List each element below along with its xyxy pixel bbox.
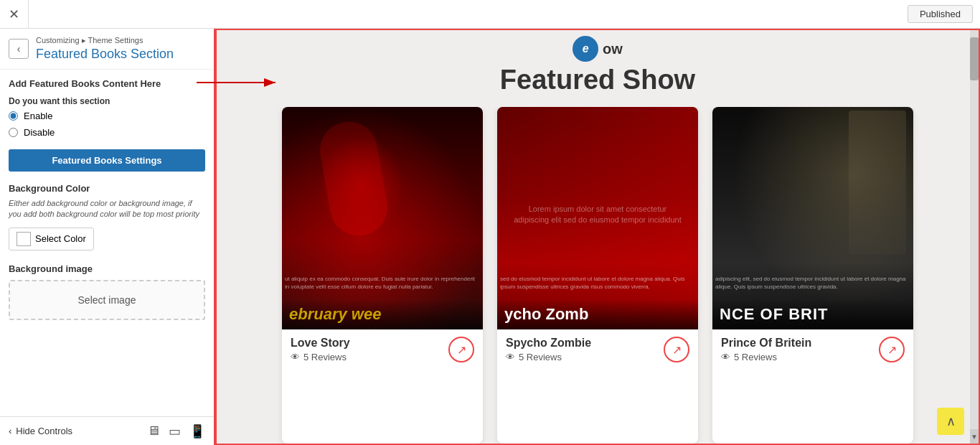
eye-icon: 👁 bbox=[721, 352, 730, 362]
book-3-review-count: 5 Reviews bbox=[734, 352, 777, 362]
book-2-review-count: 5 Reviews bbox=[519, 352, 562, 362]
bg-image-label: Background image bbox=[9, 263, 205, 274]
book-3-details: Prince Of Britein 👁 5 Reviews bbox=[721, 337, 811, 362]
desktop-icon[interactable]: 🖥 bbox=[147, 423, 160, 439]
book-3-image: NCE OF BRIT. adipiscing elit, sed do eiu… bbox=[712, 107, 913, 329]
enable-label: Enable bbox=[24, 111, 52, 121]
book-2-description-text: sed do eiusmod tempor incididunt ut labo… bbox=[497, 273, 698, 294]
scrollbar-thumb bbox=[970, 37, 979, 80]
book-1-details: Love Story 👁 5 Reviews bbox=[291, 337, 350, 362]
book-3-arrow-button[interactable]: ↗ bbox=[879, 337, 905, 362]
main-layout: ‹ Customizing ▸ Theme Settings Featured … bbox=[0, 29, 980, 445]
book-card: ebruary week ut aliquip ex ea commodo co… bbox=[282, 107, 483, 444]
book-1-reviews: 👁 5 Reviews bbox=[291, 352, 350, 362]
logo-icon: e bbox=[573, 36, 598, 62]
eye-icon: 👁 bbox=[506, 352, 515, 362]
disable-radio[interactable] bbox=[9, 128, 18, 137]
book-1-image: ebruary week ut aliquip ex ea commodo co… bbox=[282, 107, 483, 329]
book-3-reviews: 👁 5 Reviews bbox=[721, 352, 811, 362]
featured-books-settings-button[interactable]: Featured Books Settings bbox=[9, 149, 205, 172]
select-color-label: Select Color bbox=[35, 233, 86, 244]
sidebar-header: ‹ Customizing ▸ Theme Settings Featured … bbox=[0, 29, 214, 70]
sidebar-title: Featured Books Section bbox=[36, 47, 174, 62]
breadcrumb: Customizing ▸ Theme Settings bbox=[36, 36, 174, 45]
book-2-image: Lorem ipsum dolor sit amet consectetur a… bbox=[497, 107, 698, 329]
enable-disable-group: Enable Disable bbox=[9, 111, 205, 138]
logo-text: ow bbox=[603, 41, 623, 57]
color-swatch bbox=[17, 232, 31, 246]
book-1-review-count: 5 Reviews bbox=[303, 352, 347, 362]
book-1-info: Love Story 👁 5 Reviews ↗ bbox=[282, 329, 483, 370]
mobile-icon[interactable]: 📱 bbox=[189, 423, 205, 439]
preview-title-row: e ow bbox=[217, 36, 979, 62]
tablet-icon[interactable]: ▭ bbox=[169, 423, 181, 439]
bottom-bar: ‹ Hide Controls 🖥 ▭ 📱 bbox=[0, 416, 214, 445]
section-title: Featured Show bbox=[217, 65, 979, 95]
bg-color-label: Background Color bbox=[9, 183, 205, 194]
sidebar-content: Add Featured Books Content Here Do you w… bbox=[0, 70, 214, 416]
book-2-reviews: 👁 5 Reviews bbox=[506, 352, 591, 362]
disable-label: Disable bbox=[24, 127, 55, 138]
book-1-description-text: ut aliquip ex ea commodo consequat. Duis… bbox=[282, 273, 483, 294]
hide-controls-button[interactable]: ‹ Hide Controls bbox=[9, 426, 72, 436]
preview-area: e ow Featured Show ebruary week bbox=[215, 29, 980, 445]
book-1-text-overlay: ebruary week bbox=[282, 299, 483, 329]
sidebar-nav: Customizing ▸ Theme Settings Featured Bo… bbox=[36, 36, 174, 62]
book-3-info: Prince Of Britein 👁 5 Reviews ↗ bbox=[712, 329, 913, 370]
preview-header: e ow Featured Show bbox=[217, 30, 979, 107]
book-1-arrow-button[interactable]: ↗ bbox=[448, 337, 474, 362]
select-image-button[interactable]: Select image bbox=[9, 280, 205, 320]
preview-scrollbar[interactable]: ▼ bbox=[970, 30, 979, 444]
book-3-description-text: adipiscing elit, sed do eiusmod tempor i… bbox=[712, 273, 913, 294]
top-bar: ✕ Published bbox=[0, 0, 980, 29]
close-button[interactable]: ✕ bbox=[0, 0, 29, 29]
enable-radio-item[interactable]: Enable bbox=[9, 111, 205, 121]
sidebar: ‹ Customizing ▸ Theme Settings Featured … bbox=[0, 29, 215, 445]
device-icons: 🖥 ▭ 📱 bbox=[147, 423, 205, 439]
book-card: Lorem ipsum dolor sit amet consectetur a… bbox=[497, 107, 698, 444]
hide-controls-label: Hide Controls bbox=[16, 426, 72, 436]
book-1-title: Love Story bbox=[291, 337, 350, 350]
book-2-text-overlay: ycho Zombi bbox=[497, 299, 698, 329]
book-2-arrow-button[interactable]: ↗ bbox=[664, 337, 689, 362]
published-button[interactable]: Published bbox=[908, 5, 973, 23]
section-description: Add Featured Books Content Here bbox=[9, 78, 205, 89]
book-2-title: Spycho Zombie bbox=[506, 337, 591, 350]
eye-icon: 👁 bbox=[291, 352, 300, 362]
book-3-title: Prince Of Britein bbox=[721, 337, 811, 350]
book-2-info: Spycho Zombie 👁 5 Reviews ↗ bbox=[497, 329, 698, 370]
section-question: Do you want this section bbox=[9, 96, 205, 106]
book-card: NCE OF BRIT. adipiscing elit, sed do eiu… bbox=[712, 107, 913, 444]
back-button[interactable]: ‹ bbox=[9, 39, 29, 59]
disable-radio-item[interactable]: Disable bbox=[9, 127, 205, 138]
enable-radio[interactable] bbox=[9, 111, 18, 121]
select-color-button[interactable]: Select Color bbox=[9, 228, 94, 250]
bg-color-description: Either add background color or backgroun… bbox=[9, 198, 205, 220]
back-to-top-button[interactable]: ∧ bbox=[937, 408, 964, 435]
scrollbar-down-arrow[interactable]: ▼ bbox=[970, 429, 979, 444]
books-row: ebruary week ut aliquip ex ea commodo co… bbox=[217, 107, 979, 444]
book-3-text-overlay: NCE OF BRIT. bbox=[712, 299, 913, 329]
book-2-details: Spycho Zombie 👁 5 Reviews bbox=[506, 337, 591, 362]
chevron-left-icon: ‹ bbox=[9, 426, 11, 436]
